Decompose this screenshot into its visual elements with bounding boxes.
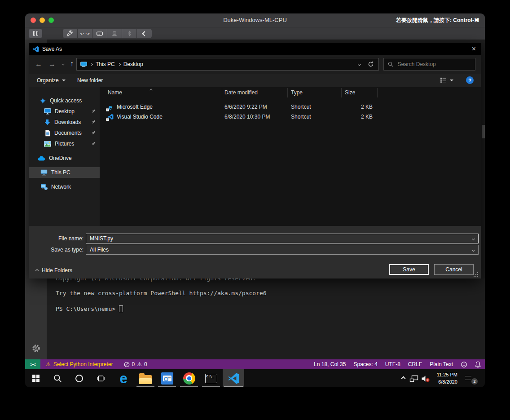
camera-icon [111,30,118,37]
file-name-combobox[interactable] [86,234,479,243]
code-button[interactable]: <··> [78,29,92,38]
sidebar-item-downloads[interactable]: Downloads [29,117,100,128]
remote-indicator[interactable]: >< [25,359,40,369]
crumb-separator-icon [90,62,93,66]
organize-caret-icon [62,80,66,81]
settings-wrench-button[interactable] [63,29,78,38]
tray-clock[interactable]: 11:25 PM 6/8/2020 [431,371,457,385]
tray-volume-muted-icon[interactable] [421,375,430,387]
camera-button[interactable] [107,29,122,38]
hide-folders-button[interactable]: Hide Folders [36,267,72,274]
dialog-title: Save As [42,46,62,52]
save-button[interactable]: Save [389,264,429,275]
resize-grip[interactable] [474,272,475,273]
cortana-circle-icon [75,375,83,382]
file-row[interactable]: ↗ Visual Studio Code 6/8/2020 10:30 PM S… [100,112,481,122]
notification-badge: 2 [471,378,478,385]
dialog-close-button[interactable]: × [472,44,476,53]
column-header-size[interactable]: Size [345,89,355,96]
address-dropdown-chevron[interactable] [358,62,361,66]
system-app-icon [161,372,173,385]
eol-sequence[interactable]: CRLF [408,361,422,367]
sidebar-item-network[interactable]: Network [29,181,100,192]
column-header-type[interactable]: Type [291,89,303,96]
address-bar[interactable]: This PC Desktop [76,58,379,71]
sidebar-item-desktop[interactable]: Desktop [29,106,100,117]
feedback-smiley-icon[interactable] [461,361,467,368]
column-divider[interactable] [377,88,378,97]
sidebar-item-label: Pictures [55,141,74,147]
settings-gear-icon[interactable] [31,343,41,355]
view-options-button[interactable] [440,77,453,83]
search-input[interactable] [397,61,471,67]
taskbar-system-app-button[interactable] [156,369,178,387]
remote-desktop-window: Duke-Windows-ML-CPU 若要放開滑鼠，請按下: Control-… [25,13,485,387]
combo-chevron-icon[interactable] [472,248,475,252]
file-explorer-icon [139,375,152,384]
collapse-toolbar-button[interactable] [137,29,152,38]
taskbar-chrome-button[interactable] [178,369,200,387]
sidebar-item-documents[interactable]: Documents [29,128,100,138]
breadcrumb-this-pc[interactable]: This PC [96,61,115,67]
tray-network-icon[interactable] [409,375,418,387]
sidebar-item-pictures[interactable]: Pictures [29,138,100,149]
refresh-icon[interactable] [368,61,374,67]
indentation[interactable]: Spaces: 4 [353,361,377,367]
language-mode[interactable]: Plain Text [430,361,453,367]
nav-up-button[interactable]: ↑ [70,60,74,68]
vscode-icon [228,372,240,385]
cursor-position[interactable]: Ln 18, Col 35 [314,361,346,367]
nav-forward-button[interactable]: → [48,60,56,68]
problems-indicator[interactable]: 0 ⚠ 0 [124,361,147,367]
terminal-cursor [119,305,123,312]
start-button[interactable] [25,369,47,387]
file-row[interactable]: e↗ Microsoft Edge 6/6/2020 9:22 PM Short… [100,102,481,112]
terminal-prompt-line: PS C:\Users\nemu> [56,305,123,312]
sidebar-item-this-pc[interactable]: This PC [29,167,100,178]
edge-icon: e [119,371,127,385]
encoding[interactable]: UTF-8 [385,361,400,367]
taskbar-search-button[interactable] [47,369,68,387]
cortana-button[interactable] [68,369,90,387]
sidebar-item-label: Quick access [50,97,82,104]
running-indicator [136,386,154,387]
breadcrumb-desktop[interactable]: Desktop [123,61,143,67]
dialog-footer: Hide Folders Save Cancel [29,263,481,279]
pause-button[interactable] [29,29,42,38]
column-divider[interactable] [287,88,288,97]
column-header-date-modified[interactable]: Date modified [224,89,258,96]
python-interpreter-warning[interactable]: ⚠ Select Python Interpreter [46,361,113,367]
taskbar-vscode-button[interactable] [223,369,244,387]
column-header-name[interactable]: Name [108,89,122,96]
drive-icon [96,30,103,37]
errors-icon [124,362,130,367]
task-view-button[interactable] [90,369,111,387]
new-folder-button[interactable]: New folder [77,77,103,84]
organize-button[interactable]: Organize [37,77,66,84]
scrollbar-thumb[interactable] [482,125,485,138]
bluetooth-button[interactable] [122,29,137,38]
tray-expand-chevron[interactable] [401,376,406,381]
pin-icon [91,130,96,136]
column-divider[interactable] [341,88,342,97]
column-divider[interactable] [222,88,222,97]
wrench-icon [66,30,74,37]
taskbar-terminal-button[interactable]: C:\_ [200,369,222,387]
nav-history-chevron[interactable] [62,62,65,66]
editor-scrollbar[interactable] [481,43,485,279]
help-button[interactable]: ? [466,76,474,84]
sidebar-item-onedrive[interactable]: OneDrive [29,153,100,164]
sidebar-item-quick-access[interactable]: Quick access [29,95,100,106]
file-name-label: File name: [29,235,84,242]
cancel-button[interactable]: Cancel [434,264,474,275]
warning-count: 0 [144,361,147,367]
nav-back-button[interactable]: ← [35,60,42,68]
taskbar-edge-button[interactable]: e [113,369,134,387]
taskbar-file-explorer-button[interactable] [135,369,156,387]
notifications-bell-icon[interactable] [475,361,481,368]
combo-chevron-icon[interactable] [472,237,475,240]
file-size: 2 KB [322,104,373,110]
drive-button[interactable] [92,29,107,38]
file-name-input[interactable] [90,235,467,242]
save-type-select[interactable]: All Files [86,245,479,255]
